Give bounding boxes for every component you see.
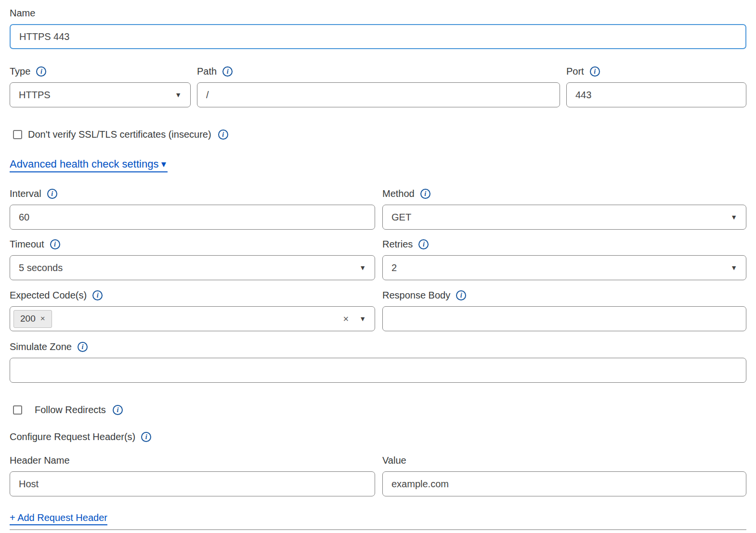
header-value-input-wrap bbox=[382, 471, 746, 496]
advanced-settings-link-label: Advanced health check settings bbox=[10, 158, 158, 170]
clear-all-icon[interactable]: × bbox=[343, 314, 349, 324]
name-input-wrap bbox=[10, 24, 746, 49]
chevron-down-icon[interactable]: ▼ bbox=[359, 315, 366, 322]
path-input-wrap bbox=[197, 82, 560, 107]
header-value-label: Value bbox=[382, 455, 406, 466]
header-value-input[interactable] bbox=[391, 479, 737, 490]
timeout-select[interactable]: 5 seconds ▼ bbox=[10, 255, 375, 280]
health-check-form: Name Type i HTTPS ▼ Path i bbox=[10, 0, 746, 530]
retries-label: Retries bbox=[382, 239, 413, 250]
retries-info-icon[interactable]: i bbox=[418, 239, 429, 249]
path-input[interactable] bbox=[206, 90, 551, 101]
timeout-label: Timeout bbox=[10, 239, 44, 250]
response-body-field: Response Body i bbox=[382, 290, 746, 331]
expected-codes-multiselect[interactable]: 200 × × ▼ bbox=[10, 306, 375, 331]
path-field: Path i bbox=[197, 66, 560, 107]
type-select-value: HTTPS bbox=[19, 90, 51, 101]
header-name-label: Header Name bbox=[10, 455, 70, 466]
response-body-input-wrap bbox=[382, 306, 746, 331]
response-body-info-icon[interactable]: i bbox=[456, 290, 466, 300]
interval-input-wrap bbox=[10, 205, 375, 230]
chevron-down-icon: ▼ bbox=[359, 264, 366, 271]
timeout-field: Timeout i 5 seconds ▼ bbox=[10, 239, 375, 280]
port-label: Port bbox=[566, 66, 584, 77]
name-input[interactable] bbox=[19, 31, 737, 42]
path-label: Path bbox=[197, 66, 217, 77]
response-body-input[interactable] bbox=[391, 313, 737, 325]
simulate-zone-input-wrap bbox=[10, 358, 746, 383]
ssl-checkbox-label: Don't verify SSL/TLS certificates (insec… bbox=[28, 129, 211, 140]
interval-info-icon[interactable]: i bbox=[47, 189, 57, 199]
ssl-checkbox-row: Don't verify SSL/TLS certificates (insec… bbox=[10, 129, 746, 140]
advanced-link-row: Advanced health check settings▼ bbox=[10, 158, 746, 172]
name-label: Name bbox=[10, 8, 35, 19]
add-header-row: + Add Request Header bbox=[10, 512, 746, 525]
type-select[interactable]: HTTPS ▼ bbox=[10, 82, 191, 107]
interval-label: Interval bbox=[10, 188, 41, 199]
simulate-zone-label: Simulate Zone bbox=[10, 341, 72, 352]
method-info-icon[interactable]: i bbox=[420, 189, 430, 199]
header-name-input[interactable] bbox=[19, 479, 366, 490]
advanced-settings-link[interactable]: Advanced health check settings▼ bbox=[10, 158, 168, 172]
port-input-wrap bbox=[566, 82, 746, 107]
request-headers-title-row: Configure Request Header(s) i bbox=[10, 431, 746, 442]
follow-redirects-info-icon[interactable]: i bbox=[113, 405, 123, 415]
method-field: Method i GET ▼ bbox=[382, 188, 746, 230]
follow-redirects-checkbox[interactable] bbox=[13, 405, 22, 415]
type-info-icon[interactable]: i bbox=[36, 66, 46, 77]
type-label: Type bbox=[10, 66, 30, 77]
interval-field: Interval i bbox=[10, 188, 375, 230]
interval-method-row: Interval i Method i GET ▼ bbox=[10, 188, 746, 230]
codes-body-row: Expected Code(s) i 200 × × ▼ Response Bo… bbox=[10, 290, 746, 331]
chevron-down-icon: ▼ bbox=[730, 264, 737, 271]
method-select-value: GET bbox=[391, 212, 411, 223]
simulate-zone-info-icon[interactable]: i bbox=[78, 342, 88, 352]
retries-field: Retries i 2 ▼ bbox=[382, 239, 746, 280]
type-path-port-row: Type i HTTPS ▼ Path i Port i bbox=[10, 66, 746, 107]
expected-codes-field: Expected Code(s) i 200 × × ▼ bbox=[10, 290, 375, 331]
header-name-input-wrap bbox=[10, 471, 375, 496]
section-divider bbox=[10, 529, 746, 530]
chevron-down-icon: ▼ bbox=[175, 91, 182, 98]
timeout-info-icon[interactable]: i bbox=[50, 239, 60, 249]
header-row: Header Name Value bbox=[10, 455, 746, 496]
follow-redirects-label: Follow Redirects bbox=[35, 404, 106, 416]
expected-codes-info-icon[interactable]: i bbox=[92, 290, 103, 300]
retries-select-value: 2 bbox=[391, 262, 397, 273]
expected-codes-label: Expected Code(s) bbox=[10, 290, 87, 301]
ssl-info-icon[interactable]: i bbox=[218, 130, 228, 140]
port-info-icon[interactable]: i bbox=[590, 66, 600, 77]
simulate-zone-field: Simulate Zone i bbox=[10, 341, 746, 383]
path-info-icon[interactable]: i bbox=[222, 66, 233, 77]
method-label: Method bbox=[382, 188, 415, 199]
response-body-label: Response Body bbox=[382, 290, 450, 301]
port-field: Port i bbox=[566, 66, 746, 107]
simulate-zone-input[interactable] bbox=[19, 365, 737, 376]
chevron-down-icon: ▼ bbox=[730, 214, 737, 221]
retries-select[interactable]: 2 ▼ bbox=[382, 255, 746, 280]
remove-tag-icon[interactable]: × bbox=[40, 314, 45, 324]
type-field: Type i HTTPS ▼ bbox=[10, 66, 191, 107]
request-headers-info-icon[interactable]: i bbox=[141, 432, 151, 442]
ssl-verify-checkbox[interactable] bbox=[13, 130, 22, 139]
header-name-field: Header Name bbox=[10, 455, 375, 496]
interval-input[interactable] bbox=[19, 212, 366, 223]
timeout-select-value: 5 seconds bbox=[19, 262, 63, 273]
method-select[interactable]: GET ▼ bbox=[382, 205, 746, 230]
triangle-down-icon: ▼ bbox=[159, 160, 168, 169]
request-headers-title: Configure Request Header(s) bbox=[10, 431, 135, 442]
port-input[interactable] bbox=[575, 90, 737, 101]
name-label-row: Name bbox=[10, 8, 746, 19]
follow-redirects-row: Follow Redirects i bbox=[10, 404, 746, 416]
add-request-header-link[interactable]: + Add Request Header bbox=[10, 512, 107, 525]
code-tag: 200 × bbox=[13, 310, 52, 328]
header-value-field: Value bbox=[382, 455, 746, 496]
timeout-retries-row: Timeout i 5 seconds ▼ Retries i 2 ▼ bbox=[10, 239, 746, 280]
code-tag-value: 200 bbox=[20, 313, 36, 324]
